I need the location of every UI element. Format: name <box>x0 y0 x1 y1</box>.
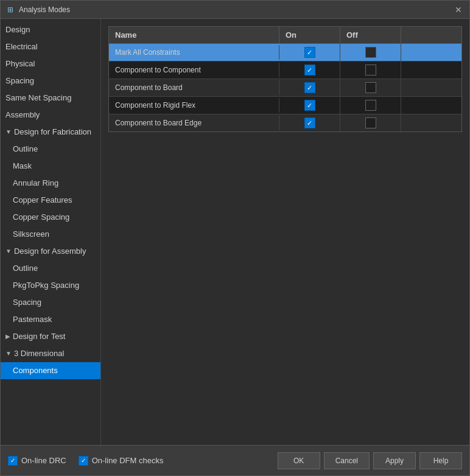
online-dfm-checkbox[interactable]: ✓ <box>79 456 88 466</box>
col-header-on: On <box>279 27 340 43</box>
table-row[interactable]: Component to Rigid Flex ✓ <box>109 97 461 114</box>
expand-arrow-dtest: ▶ <box>5 331 10 343</box>
constraints-table: Name On Off Mark All Constraints ✓ <box>108 26 462 132</box>
checkbox-off-mark-all[interactable] <box>365 47 376 58</box>
row-name-comp-board-edge: Component to Board Edge <box>109 116 279 130</box>
expand-arrow-dfab: ▼ <box>5 126 12 138</box>
sidebar-item-spacing[interactable]: Spacing <box>1 72 100 89</box>
sidebar-item-outline[interactable]: Outline <box>1 141 100 158</box>
row-on-comp-rigid-flex[interactable]: ✓ <box>279 97 340 114</box>
sidebar-item-annular-ring[interactable]: Annular Ring <box>1 175 100 192</box>
checkbox-on-comp-board[interactable]: ✓ <box>304 82 315 93</box>
content-area: Name On Off Mark All Constraints ✓ <box>101 19 469 445</box>
sidebar-group-label-dasm: Design for Assembly <box>14 245 86 257</box>
sidebar-group-label-dfab: Design for Fabrication <box>14 126 91 138</box>
row-off-comp-rigid-flex[interactable] <box>340 97 401 114</box>
apply-button[interactable]: Apply <box>373 452 416 469</box>
checkbox-on-comp-comp[interactable]: ✓ <box>304 65 315 75</box>
checkbox-off-comp-comp[interactable] <box>365 65 376 75</box>
window-icon: ⊞ <box>5 5 15 15</box>
close-button[interactable]: ✕ <box>452 4 465 16</box>
row-off-mark-all[interactable] <box>340 44 401 61</box>
sidebar-item-design[interactable]: Design <box>1 21 100 38</box>
online-dfm-group[interactable]: ✓ On-line DFM checks <box>79 456 164 466</box>
row-name-comp-board: Component to Board <box>109 80 279 95</box>
sidebar-group-3d[interactable]: ▼ 3 Dimensional <box>1 345 100 362</box>
row-extra-comp-board-edge <box>401 120 461 126</box>
checkbox-on-comp-board-edge[interactable]: ✓ <box>304 117 315 128</box>
checkbox-off-comp-board-edge[interactable] <box>365 117 376 128</box>
sidebar-item-components[interactable]: Components <box>1 362 100 379</box>
col-header-name: Name <box>109 27 279 43</box>
cancel-button[interactable]: Cancel <box>324 452 370 469</box>
sidebar-item-physical[interactable]: Physical <box>1 55 100 72</box>
expand-arrow-dasm: ▼ <box>5 245 12 257</box>
sidebar: Design Electrical Physical Spacing Same … <box>1 19 101 445</box>
online-drc-checkbox[interactable]: ✓ <box>8 456 18 466</box>
checkbox-off-comp-board[interactable] <box>365 82 376 93</box>
online-drc-label: On-line DRC <box>21 456 66 465</box>
sidebar-item-same-net-spacing[interactable]: Same Net Spacing <box>1 89 100 107</box>
row-on-comp-board[interactable]: ✓ <box>279 79 340 96</box>
table-row[interactable]: Mark All Constraints ✓ <box>109 44 461 61</box>
row-on-comp-board-edge[interactable]: ✓ <box>279 114 340 131</box>
col-header-extra <box>401 27 461 43</box>
analysis-modes-window: ⊞ Analysis Modes ✕ Design Electrical Phy… <box>0 0 470 476</box>
help-button[interactable]: Help <box>419 452 462 469</box>
row-name-mark-all: Mark All Constraints <box>109 45 279 60</box>
footer-left: ✓ On-line DRC ✓ On-line DFM checks <box>8 456 278 466</box>
row-on-comp-comp[interactable]: ✓ <box>279 61 340 79</box>
row-extra-comp-comp <box>401 67 461 73</box>
footer: ✓ On-line DRC ✓ On-line DFM checks OK Ca… <box>1 445 469 475</box>
sidebar-item-silkscreen[interactable]: Silkscreen <box>1 226 100 243</box>
col-header-off: Off <box>340 27 401 43</box>
row-off-comp-board-edge[interactable] <box>340 114 401 131</box>
checkbox-on-mark-all[interactable]: ✓ <box>304 47 315 58</box>
window-title: Analysis Modes <box>19 5 452 14</box>
expand-arrow-3d: ▼ <box>5 348 12 360</box>
ok-button[interactable]: OK <box>278 452 320 469</box>
main-content: Design Electrical Physical Spacing Same … <box>1 19 469 445</box>
table-header: Name On Off <box>109 27 461 44</box>
sidebar-group-label-3d: 3 Dimensional <box>14 348 64 360</box>
checkbox-on-comp-rigid-flex[interactable]: ✓ <box>304 100 315 111</box>
sidebar-item-copper-spacing[interactable]: Copper Spacing <box>1 209 100 226</box>
row-name-comp-comp: Component to Component <box>109 63 279 77</box>
sidebar-item-outline2[interactable]: Outline <box>1 260 100 277</box>
sidebar-item-copper-features[interactable]: Copper Features <box>1 192 100 209</box>
row-off-comp-comp[interactable] <box>340 61 401 79</box>
checkbox-off-comp-rigid-flex[interactable] <box>365 100 376 111</box>
sidebar-item-assembly[interactable]: Assembly <box>1 107 100 124</box>
row-on-mark-all[interactable]: ✓ <box>279 44 340 61</box>
sidebar-item-mask[interactable]: Mask <box>1 158 100 175</box>
table-row[interactable]: Component to Board ✓ <box>109 79 461 97</box>
sidebar-group-label-dtest: Design for Test <box>13 331 65 343</box>
sidebar-item-pkgtopkg-spacing[interactable]: PkgToPkg Spacing <box>1 277 100 294</box>
sidebar-item-electrical[interactable]: Electrical <box>1 38 100 55</box>
sidebar-group-design-for-assembly[interactable]: ▼ Design for Assembly <box>1 243 100 260</box>
online-dfm-label: On-line DFM checks <box>92 456 164 465</box>
online-drc-group[interactable]: ✓ On-line DRC <box>8 456 66 466</box>
footer-buttons: OK Cancel Apply Help <box>278 452 462 469</box>
row-off-comp-board[interactable] <box>340 79 401 96</box>
sidebar-item-pastemask[interactable]: Pastemask <box>1 311 100 328</box>
row-extra-mark-all <box>401 49 461 55</box>
sidebar-group-design-for-test[interactable]: ▶ Design for Test <box>1 328 100 345</box>
sidebar-item-spacing2[interactable]: Spacing <box>1 294 100 311</box>
row-extra-comp-board <box>401 85 461 91</box>
row-extra-comp-rigid-flex <box>401 102 461 108</box>
table-row[interactable]: Component to Board Edge ✓ <box>109 114 461 131</box>
title-bar: ⊞ Analysis Modes ✕ <box>1 1 469 19</box>
row-name-comp-rigid-flex: Component to Rigid Flex <box>109 98 279 113</box>
table-row[interactable]: Component to Component ✓ <box>109 61 461 79</box>
sidebar-group-design-for-fabrication[interactable]: ▼ Design for Fabrication <box>1 124 100 141</box>
